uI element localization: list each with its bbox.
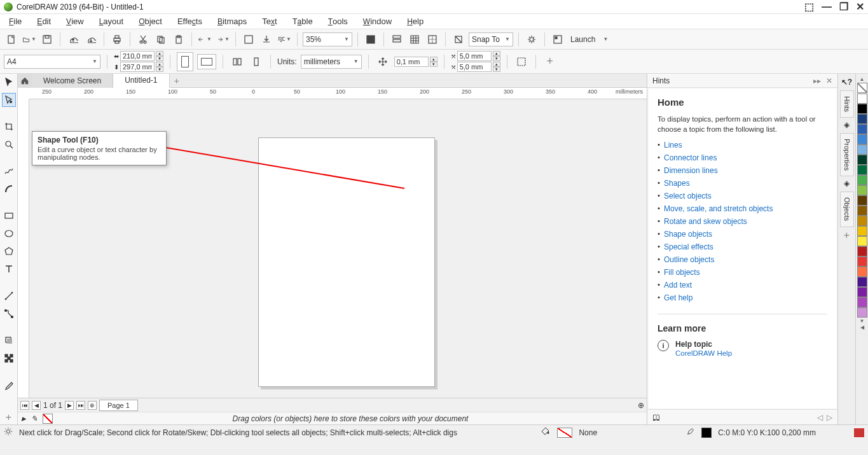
next-page-button[interactable]: ▶ (65, 401, 74, 410)
options-button[interactable] (524, 32, 539, 47)
pick-tool[interactable] (2, 75, 16, 89)
add-docker-button[interactable]: + (844, 230, 850, 241)
cloud-upload-button[interactable] (65, 32, 81, 47)
welcome-tab[interactable]: Welcome Screen (32, 74, 113, 88)
save-button[interactable] (39, 32, 55, 47)
pencil-icon[interactable]: ✎ (31, 414, 38, 423)
palette-down-button[interactable]: ▼ (860, 318, 865, 324)
menu-help[interactable]: Help (401, 15, 430, 27)
home-tab-icon[interactable] (18, 74, 32, 88)
properties-icon[interactable]: ◈ (844, 120, 850, 132)
outline-pen-icon[interactable] (686, 427, 695, 438)
ellipse-tool[interactable] (2, 227, 16, 241)
treat-as-filled-button[interactable] (514, 54, 529, 69)
freehand-tool[interactable] (2, 164, 16, 178)
hints-back-button[interactable]: ◁ (817, 413, 823, 422)
color-swatch-3[interactable] (857, 124, 867, 134)
current-page-button[interactable] (249, 54, 264, 69)
landscape-button[interactable] (197, 54, 216, 69)
zoom-combo[interactable]: 35%▼ (303, 32, 352, 46)
menu-table[interactable]: Table (286, 15, 319, 27)
color-swatch-0[interactable] (857, 94, 867, 104)
color-swatch-13[interactable] (857, 226, 867, 236)
color-swatch-8[interactable] (857, 175, 867, 185)
hints-link-1[interactable]: Connector lines (664, 153, 717, 162)
copy-button[interactable] (153, 32, 169, 47)
color-swatch-5[interactable] (857, 144, 867, 155)
color-swatch-18[interactable] (857, 277, 867, 287)
color-swatch-12[interactable] (857, 216, 867, 226)
export-button[interactable]: PDF▼ (277, 32, 292, 47)
menu-layout[interactable]: Layout (93, 15, 130, 27)
all-pages-button[interactable] (230, 54, 245, 69)
dup-y-input[interactable] (457, 62, 492, 72)
new-button[interactable] (4, 32, 19, 47)
snap-off-button[interactable] (451, 32, 466, 47)
minimize-button[interactable]: — (822, 1, 832, 13)
hints-link-2[interactable]: Dimension lines (664, 166, 718, 175)
cloud-download-button[interactable] (83, 32, 99, 47)
menu-effects[interactable]: Effects (171, 15, 209, 27)
launch-combo[interactable]: Launch▼ (568, 32, 609, 46)
color-swatch-21[interactable] (857, 307, 867, 318)
help-link[interactable]: CorelDRAW Help (675, 349, 732, 357)
document-palette[interactable]: ▶ ✎ Drag colors (or objects) here to sto… (18, 412, 647, 424)
hints-link-11[interactable]: Add text (664, 281, 692, 290)
palette-up-button[interactable]: ▲ (860, 76, 865, 82)
parallel-dimension-tool[interactable] (2, 289, 16, 303)
search-button[interactable] (241, 32, 256, 47)
no-fill-swatch[interactable] (857, 83, 867, 93)
print-button[interactable] (109, 32, 125, 47)
gear-icon[interactable] (4, 427, 13, 438)
import-button[interactable] (259, 32, 274, 47)
drop-shadow-tool[interactable] (2, 333, 16, 347)
zoom-tool[interactable] (2, 137, 16, 151)
transparency-tool[interactable] (2, 351, 16, 365)
color-swatch-4[interactable] (857, 134, 867, 144)
color-swatch-17[interactable] (857, 267, 867, 277)
menu-window[interactable]: Window (357, 15, 398, 27)
close-panel-button[interactable]: ✕ (826, 76, 832, 85)
no-color-swatch[interactable] (43, 414, 53, 424)
palette-flyout-button[interactable]: ◀ (860, 325, 864, 330)
crop-tool[interactable] (2, 120, 16, 134)
hints-link-9[interactable]: Outline objects (664, 255, 714, 264)
color-swatch-9[interactable] (857, 185, 867, 195)
hints-link-10[interactable]: Fill objects (664, 268, 700, 277)
add-tab-button[interactable]: + (170, 76, 184, 86)
hints-pointer-icon[interactable]: ↖? (841, 78, 852, 89)
last-page-button[interactable]: ⏭ (76, 401, 85, 410)
navigator-icon[interactable]: ⊕ (638, 401, 644, 410)
page-height-input[interactable] (120, 62, 155, 72)
menu-view[interactable]: View (60, 15, 90, 27)
menu-edit[interactable]: Edit (31, 15, 57, 27)
document-tab[interactable]: Untitled-1 (113, 74, 169, 88)
hints-fwd-button[interactable]: ▷ (827, 413, 832, 422)
paste-button[interactable] (171, 32, 186, 47)
undo-button[interactable]: ▼ (197, 32, 212, 47)
outline-swatch[interactable] (701, 428, 712, 438)
hints-link-0[interactable]: Lines (664, 141, 682, 150)
color-swatch-10[interactable] (857, 195, 867, 206)
portrait-button[interactable] (177, 52, 193, 71)
cut-button[interactable] (135, 32, 151, 47)
color-swatch-1[interactable] (857, 104, 867, 114)
color-swatch-11[interactable] (857, 206, 867, 216)
first-page-button[interactable]: ⏮ (20, 401, 29, 410)
color-swatch-2[interactable] (857, 114, 867, 124)
hints-link-5[interactable]: Move, scale, and stretch objects (664, 204, 773, 213)
color-swatch-7[interactable] (857, 165, 867, 175)
menu-file[interactable]: File (3, 15, 28, 27)
dup-x-input[interactable] (457, 51, 492, 61)
color-swatch-19[interactable] (857, 287, 867, 297)
show-grid-button[interactable] (407, 32, 422, 47)
quick-customize-button[interactable]: + (2, 410, 16, 424)
objects-icon[interactable]: ◈ (844, 179, 850, 190)
page-width-input[interactable] (120, 51, 155, 61)
paper-size-combo[interactable]: A4▼ (4, 55, 100, 69)
hints-book-icon[interactable]: 🕮 (652, 413, 660, 422)
fill-icon[interactable] (541, 426, 551, 438)
rectangle-tool[interactable] (2, 209, 16, 223)
add-preset-button[interactable]: + (542, 54, 558, 69)
artistic-media-tool[interactable] (2, 182, 16, 196)
